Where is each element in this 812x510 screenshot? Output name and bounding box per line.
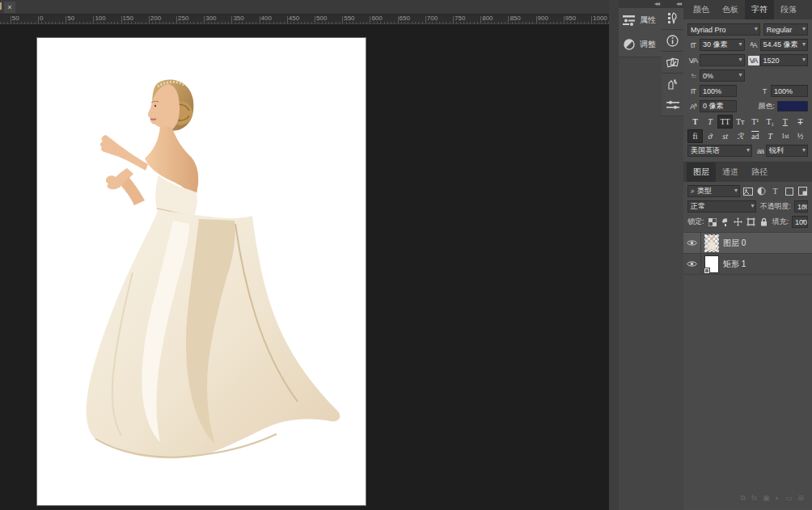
ruler-minor-tick	[0, 22, 1, 23]
text-color-swatch[interactable]	[777, 101, 808, 112]
new-group-icon[interactable]: ▭	[785, 494, 793, 503]
text-color-label: 颜色:	[758, 101, 775, 112]
ruler-minor-tick	[235, 22, 236, 23]
tab-layers[interactable]: 图层	[687, 162, 716, 182]
underline-button[interactable]: T	[778, 116, 792, 128]
layer-mask-icon[interactable]: ▣	[763, 494, 770, 503]
subscript-button[interactable]: T₁	[763, 116, 777, 128]
ruler-minor-tick	[246, 22, 247, 23]
ruler-minor-tick	[515, 22, 516, 23]
new-adjustment-icon[interactable]: ◐	[776, 494, 780, 503]
new-layer-icon[interactable]: ⊞	[797, 494, 804, 503]
all-caps-button[interactable]: TT	[718, 116, 732, 128]
ruler-minor-tick	[263, 22, 264, 23]
language-select[interactable]: 美国英语	[687, 145, 752, 157]
filter-type-layers-icon[interactable]: T	[770, 186, 780, 196]
filter-adjustment-layers-icon[interactable]	[756, 186, 767, 196]
blend-mode-select[interactable]: 正常	[687, 200, 756, 213]
tab-paragraph[interactable]: 段落	[774, 0, 803, 19]
lock-all-icon[interactable]	[759, 217, 769, 227]
ruler-minor-tick	[467, 22, 467, 23]
tab-character[interactable]: 字符	[745, 0, 774, 19]
filter-smart-objects-icon[interactable]	[797, 186, 808, 196]
small-caps-button[interactable]: Tᴛ	[734, 116, 747, 128]
layer-style-icon[interactable]: fx	[751, 494, 757, 503]
leading-select[interactable]: 54.45 像素	[760, 39, 809, 51]
layer-filter-select[interactable]: ⌕ 类型	[687, 185, 740, 197]
ruler-minor-tick	[163, 22, 163, 23]
strikethrough-button[interactable]: T	[793, 116, 807, 128]
font-family-select[interactable]: Myriad Pro	[687, 23, 760, 36]
layer-row-0[interactable]: 图层 0	[683, 233, 812, 254]
proportional-spacing-select[interactable]: 0%	[700, 70, 745, 82]
layer-row-1[interactable]: 矩形 1	[683, 254, 812, 275]
ruler-minor-tick	[453, 22, 454, 23]
tool-presets-icon[interactable]	[662, 74, 683, 95]
brushes-panel-icon[interactable]	[662, 95, 683, 116]
ruler-minor-tick	[505, 22, 505, 23]
lock-artboard-icon[interactable]	[746, 217, 756, 227]
fractions-button[interactable]: ½	[793, 130, 807, 142]
ruler-minor-tick	[301, 22, 302, 23]
visibility-eye-icon[interactable]	[683, 254, 701, 275]
tracking-select[interactable]: 1520	[760, 54, 809, 66]
font-size-select[interactable]: 30 像素	[700, 39, 745, 51]
link-layers-icon[interactable]: ⧉	[741, 494, 746, 503]
fill-input[interactable]: 100%	[792, 216, 808, 228]
filter-shape-layers-icon[interactable]	[784, 186, 794, 196]
tab-paths[interactable]: 路径	[745, 162, 774, 182]
font-style-select[interactable]: Regular	[763, 23, 808, 36]
horizontal-scale-input[interactable]: 100%	[771, 85, 808, 97]
contextual-alternates-button[interactable]: ớ	[704, 130, 717, 142]
ruler-minor-tick	[488, 22, 488, 23]
ruler-minor-tick	[228, 22, 229, 23]
lock-pixels-icon[interactable]	[721, 217, 730, 227]
tracking-icon: VA	[748, 56, 759, 65]
titling-alternates-button[interactable]: T	[763, 130, 777, 142]
ruler-minor-tick	[307, 22, 308, 23]
ruler-minor-tick	[442, 22, 443, 23]
ruler-minor-tick	[66, 22, 66, 23]
baseline-shift-input[interactable]: 0 像素	[700, 100, 737, 112]
discretionary-ligatures-button[interactable]: st	[718, 130, 732, 142]
filter-pixel-layers-icon[interactable]	[742, 186, 753, 196]
faux-italic-button[interactable]: T	[704, 116, 717, 128]
kerning-select[interactable]	[700, 54, 745, 66]
ruler-minor-tick	[387, 22, 388, 23]
ruler-minor-tick	[180, 22, 180, 23]
brush-settings-icon[interactable]	[662, 8, 683, 29]
ruler-minor-tick	[104, 22, 104, 23]
ruler-minor-tick	[277, 22, 277, 23]
faux-bold-button[interactable]: T	[688, 116, 702, 128]
document-close-icon[interactable]: ×	[4, 2, 15, 13]
ruler-minor-tick	[591, 22, 592, 23]
anti-alias-select[interactable]: 锐利	[766, 145, 808, 157]
tab-color[interactable]: 颜色	[687, 0, 716, 19]
document-page[interactable]	[37, 38, 366, 505]
tab-channels[interactable]: 通道	[716, 162, 745, 182]
vertical-scale-input[interactable]: 100%	[700, 85, 737, 97]
ligatures-button[interactable]: fi	[688, 130, 702, 142]
opacity-input[interactable]: 100%	[794, 200, 808, 213]
info-icon[interactable]	[662, 30, 683, 51]
tab-swatches[interactable]: 色板	[716, 0, 745, 19]
layer-name: 矩形 1	[723, 259, 746, 270]
ruler-minor-tick	[522, 22, 523, 23]
lock-transparency-icon[interactable]	[708, 217, 717, 227]
superscript-button[interactable]: T¹	[748, 116, 762, 128]
ruler-minor-tick	[197, 22, 198, 23]
swash-button[interactable]: ℛ	[734, 130, 747, 142]
ruler-minor-tick	[384, 22, 385, 23]
adjustments-panel-button[interactable]: 调整	[619, 32, 662, 57]
ordinals-button[interactable]: 1st	[778, 130, 792, 142]
collapse-panels-icon[interactable]: ◂◂	[654, 1, 659, 7]
properties-panel-button[interactable]: 属性	[619, 8, 662, 32]
layer-thumbnail-bride[interactable]	[705, 235, 718, 251]
visibility-eye-icon[interactable]	[683, 233, 701, 254]
collapse-strip-icon[interactable]: ◂◂	[676, 1, 681, 7]
layer-comps-icon[interactable]	[662, 52, 683, 73]
stylistic-alternates-button[interactable]: ad	[748, 130, 762, 142]
ruler-minor-tick	[508, 22, 509, 23]
ruler-minor-tick	[176, 22, 177, 23]
lock-position-icon[interactable]	[734, 217, 743, 227]
